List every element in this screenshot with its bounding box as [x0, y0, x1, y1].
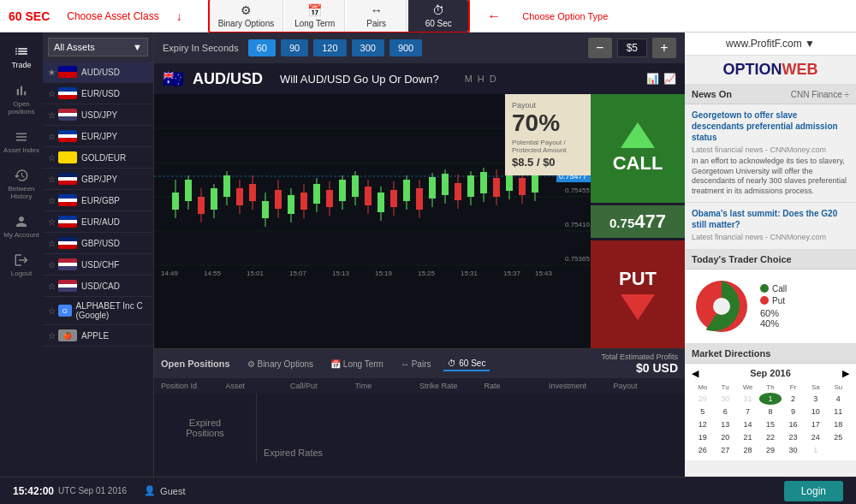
assets-dropdown[interactable]: All Assets ▼: [48, 38, 148, 56]
tab-binary-label: Binary Options: [218, 19, 275, 28]
svg-rect-42: [352, 175, 359, 197]
tab-long-term[interactable]: 📅 Long Term: [285, 0, 345, 32]
calendar-grid: Mo Tu We Th Fr Sa Su 29 30 31 1 2 3 4 5 …: [692, 382, 849, 456]
expiry-btn-300[interactable]: 300: [352, 39, 384, 56]
list-item[interactable]: ☆ USD/CAD: [43, 276, 153, 297]
cal-day-today[interactable]: 1: [759, 393, 781, 405]
col-position-id: Position Id: [161, 382, 226, 390]
list-item[interactable]: ☆ GOLD/EUR: [43, 147, 153, 169]
cal-day[interactable]: 28: [737, 444, 758, 456]
tf-d[interactable]: D: [490, 74, 496, 84]
news-headline-2[interactable]: Obama's last summit: Does the G20 still …: [692, 208, 849, 230]
cal-day[interactable]: 20: [714, 431, 735, 443]
sidebar-item-history[interactable]: Between History: [0, 161, 43, 207]
sidebar-item-logout[interactable]: Logout: [0, 246, 43, 284]
list-item[interactable]: ☆ GBP/USD: [43, 233, 153, 254]
cal-day[interactable]: 9: [782, 406, 804, 418]
cal-day[interactable]: 27: [714, 444, 735, 456]
expiry-btn-120[interactable]: 120: [313, 39, 346, 56]
put-button[interactable]: PUT: [591, 239, 685, 349]
sidebar-item-open-positions[interactable]: Open positions: [0, 76, 43, 122]
expiry-btn-90[interactable]: 90: [281, 39, 308, 56]
cal-day[interactable]: 10: [805, 406, 826, 418]
top-bar: 60 SEC Choose Asset Class ↓ ⚙ Binary Opt…: [0, 0, 856, 33]
tab-pairs[interactable]: ↔ Pairs: [347, 0, 407, 32]
list-item[interactable]: ☆ EUR/USD: [43, 83, 153, 104]
list-item[interactable]: ☆ EUR/AUD: [43, 211, 153, 233]
sidebar-item-account[interactable]: My Account: [0, 207, 43, 246]
expiry-btn-900[interactable]: 900: [389, 39, 422, 56]
cal-day[interactable]: 17: [805, 418, 826, 430]
positions-tab-longterm[interactable]: 📅 Long Term: [326, 358, 388, 371]
cal-day[interactable]: 23: [782, 431, 804, 443]
list-item[interactable]: ☆ EUR/GBP: [43, 190, 153, 211]
login-button[interactable]: Login: [784, 481, 843, 501]
asset-label: USD/CAD: [81, 282, 120, 291]
website-label[interactable]: www.ProfitF.com ▼: [685, 33, 856, 56]
list-item[interactable]: ☆ EUR/JPY: [43, 126, 153, 147]
cal-day[interactable]: 13: [714, 418, 735, 430]
cal-day[interactable]: 11: [828, 406, 849, 418]
line-chart-icon[interactable]: 📈: [663, 73, 676, 85]
sidebar-item-asset-index[interactable]: Asset Index: [0, 122, 43, 161]
cal-day[interactable]: 4: [828, 393, 849, 405]
cal-day[interactable]: 14: [737, 418, 758, 430]
cal-day[interactable]: 25: [828, 431, 849, 443]
list-item[interactable]: ☆ GBP/JPY: [43, 169, 153, 190]
payout-amount: $8.5 / $0: [512, 156, 584, 169]
call-button[interactable]: CALL: [591, 94, 685, 205]
expiry-label: Expiry In Seconds: [163, 43, 239, 53]
tab-binary-options[interactable]: ⚙ Binary Options: [210, 0, 284, 32]
cal-day[interactable]: 3: [805, 393, 826, 405]
list-item[interactable]: ☆ USD/JPY: [43, 104, 153, 126]
calendar-icon: 📅: [307, 3, 322, 17]
candlestick-icon[interactable]: 📊: [646, 73, 659, 85]
news-headline-1[interactable]: Georgetown to offer slave descendants pr…: [692, 110, 849, 143]
cal-day[interactable]: 26: [692, 444, 713, 456]
cal-day[interactable]: 15: [759, 418, 781, 430]
positions-tab-60sec[interactable]: ⏱ 60 Sec: [443, 357, 490, 371]
sidebar-item-trade[interactable]: Trade: [0, 37, 43, 76]
cal-day[interactable]: 29: [692, 393, 713, 405]
list-item[interactable]: ☆ 🍎 APPLE: [43, 325, 153, 347]
tf-h[interactable]: H: [478, 74, 484, 84]
price-display: 0.75477: [591, 205, 685, 239]
binary-icon: ⚙: [241, 3, 252, 17]
cal-day[interactable]: 7: [737, 406, 758, 418]
asset-label: GBP/USD: [81, 239, 120, 248]
bottom-bar: 15:42:00 UTC Sep 01 2016 👤 Guest Login: [0, 477, 856, 504]
cal-day[interactable]: 30: [714, 393, 735, 405]
svg-text:15:19: 15:19: [375, 270, 393, 277]
cal-day[interactable]: 18: [828, 418, 849, 430]
list-item[interactable]: ☆ G ALPHABET Inc C (Google): [43, 297, 153, 325]
cal-day[interactable]: 8: [759, 406, 781, 418]
cal-day[interactable]: 22: [759, 431, 781, 443]
cal-day[interactable]: 31: [737, 393, 758, 405]
prev-month-icon[interactable]: ◀: [692, 368, 698, 379]
cal-day[interactable]: 6: [714, 406, 735, 418]
positions-header: Position Id Asset Call/Put Time Strike R…: [154, 378, 685, 394]
next-month-icon[interactable]: ▶: [842, 368, 849, 379]
put-label: PUT: [619, 268, 657, 290]
cal-day[interactable]: 29: [759, 444, 781, 456]
list-item[interactable]: ★ AUD/USD: [43, 62, 153, 83]
cal-day[interactable]: 12: [692, 418, 713, 430]
news-source-label[interactable]: CNN Finance ÷: [791, 90, 849, 99]
tf-m[interactable]: M: [465, 74, 473, 84]
amount-plus-button[interactable]: +: [652, 38, 676, 58]
cal-day[interactable]: 16: [782, 418, 804, 430]
cal-day[interactable]: 24: [805, 431, 826, 443]
cal-day[interactable]: 2: [782, 393, 804, 405]
cal-day[interactable]: 30: [782, 444, 804, 456]
positions-tab-pairs[interactable]: ↔ Pairs: [396, 358, 436, 371]
amount-minus-button[interactable]: −: [588, 38, 612, 58]
choose-asset-label: Choose Asset Class: [67, 10, 158, 22]
cal-day[interactable]: 21: [737, 431, 758, 443]
svg-rect-34: [300, 193, 307, 210]
expiry-btn-60[interactable]: 60: [248, 39, 276, 56]
cal-day[interactable]: 19: [692, 431, 713, 443]
list-item[interactable]: ☆ USD/CHF: [43, 254, 153, 276]
cal-day[interactable]: 5: [692, 406, 713, 418]
tab-60sec[interactable]: ⏱ 60 Sec: [408, 0, 468, 32]
positions-tab-binary[interactable]: ⚙ Binary Options: [243, 358, 318, 371]
